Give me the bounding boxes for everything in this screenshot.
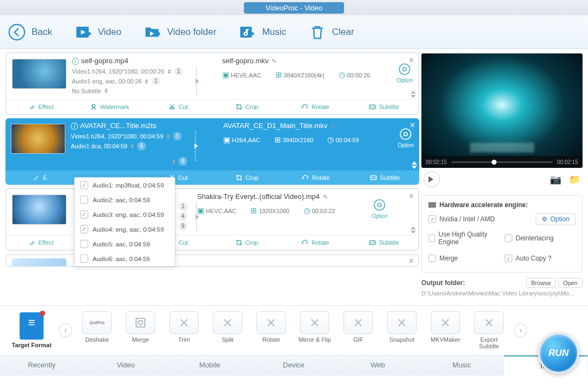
play-button[interactable]	[424, 171, 440, 188]
effect-button[interactable]: E	[5, 171, 75, 185]
tab-recently[interactable]: Recently	[0, 355, 84, 376]
rotate-button[interactable]: Rotate	[281, 235, 350, 250]
tab-web[interactable]: Web	[336, 355, 420, 376]
video-item-selected[interactable]: × iAVATAR_CE...Title.m2ts Video1 h264, 1…	[5, 118, 419, 185]
tool-merge[interactable]: Merge	[123, 311, 158, 349]
spinner-icon[interactable]	[167, 132, 170, 141]
svg-point-6	[170, 107, 172, 110]
effect-button[interactable]: Effect	[7, 235, 75, 250]
checkbox-icon[interactable]	[80, 196, 88, 204]
info-icon[interactable]: i	[72, 58, 79, 65]
cut-button[interactable]: Cut	[144, 100, 212, 114]
reorder-arrows[interactable]	[411, 223, 416, 237]
clear-button[interactable]: Clear	[308, 23, 354, 41]
svg-point-5	[92, 105, 95, 107]
checkbox-icon[interactable]	[80, 240, 88, 248]
watermark-button[interactable]: Watermark	[75, 100, 144, 114]
audio-track-option[interactable]: Audio2: aac, 0:04:59	[75, 192, 175, 207]
subtitle-button[interactable]: Subtitle	[350, 235, 418, 250]
spinner-icon[interactable]	[131, 142, 134, 150]
deinterlace-checkbox[interactable]: Deinterlacing	[505, 231, 575, 246]
checkbox-icon[interactable]	[80, 255, 88, 263]
checkbox-icon[interactable]	[428, 215, 436, 223]
audio-track-option[interactable]: Audio6: aac, 0:04:59	[75, 251, 175, 266]
effect-button[interactable]: Effect	[7, 100, 75, 114]
audio-track-option[interactable]: Audio3: eng, aac, 0:04:59	[75, 207, 175, 222]
audio-track-option[interactable]: Audio4: eng, aac, 0:04:59	[75, 222, 175, 237]
preview-time-current: 00:02:15	[426, 159, 447, 165]
source-filename: iself-gopro.mp4	[72, 57, 217, 65]
video-item[interactable]: × iself-gopro.mp4 Video1 h264, 1920*1080…	[5, 52, 419, 115]
autocopy-checkbox[interactable]: Auto Copy ?	[505, 255, 575, 262]
hq-checkbox[interactable]: Use High Quality Engine	[428, 231, 499, 246]
close-icon[interactable]: ×	[409, 256, 414, 266]
seek-track[interactable]	[451, 161, 553, 163]
add-music-button[interactable]: Music	[238, 23, 286, 41]
back-button[interactable]: Back	[8, 23, 52, 41]
target-format-icon	[20, 312, 44, 340]
rotate-button[interactable]: Rotate	[281, 171, 351, 185]
tool-mkvmaker[interactable]: MKVMaker	[428, 311, 463, 349]
codec-option-button[interactable]: Option	[372, 198, 388, 219]
open-button[interactable]: Open	[558, 278, 583, 288]
crop-button[interactable]: Crop	[212, 100, 281, 114]
run-button[interactable]: RUN	[538, 332, 579, 374]
spinner-icon[interactable]	[105, 87, 108, 95]
gear-icon	[399, 127, 413, 141]
pencil-icon[interactable]: ✎	[330, 123, 335, 129]
hw-option-button[interactable]: ⚙Option	[536, 213, 575, 225]
rotate-button[interactable]: Rotate	[281, 100, 350, 114]
pencil-icon[interactable]: ✎	[323, 194, 328, 200]
crop-button[interactable]: Crop	[212, 171, 281, 185]
spinner-icon[interactable]	[172, 158, 175, 166]
video-item[interactable]: × 1 4 9 Shakira-Try Everyt..(official Vi…	[5, 188, 419, 251]
tool-trim[interactable]: Trim	[167, 311, 201, 349]
video-item-collapsed[interactable]: ×	[5, 254, 419, 267]
tools-prev-button[interactable]: ‹	[59, 323, 72, 337]
tab-video[interactable]: Video	[84, 355, 168, 376]
seek-knob[interactable]	[492, 160, 497, 165]
add-folder-button[interactable]: Video folder	[143, 23, 216, 41]
spinner-icon[interactable]	[168, 68, 171, 76]
codec-option-button[interactable]: Option	[397, 62, 413, 83]
tool-rotate[interactable]: Rotate	[254, 311, 289, 349]
tool-gif[interactable]: GIF	[341, 311, 376, 349]
tool-split[interactable]: Split	[210, 311, 245, 349]
tool-deshake[interactable]: GoProDeshake	[79, 311, 114, 349]
video-preview[interactable]: 00:02:15 00:02:15	[421, 53, 583, 168]
tool-mirror[interactable]: Mirror & Flip	[297, 311, 332, 349]
clock-icon: ◷	[327, 135, 334, 144]
spinner-icon[interactable]	[145, 77, 148, 86]
subtitle-button[interactable]: Subtitle	[350, 100, 418, 114]
audio-track-dropdown[interactable]: Audio1: mp3float, 0:04:59 Audio2: aac, 0…	[74, 177, 175, 267]
reorder-arrows[interactable]	[411, 88, 416, 101]
info-icon[interactable]: i	[71, 123, 78, 130]
checkbox-icon[interactable]	[80, 181, 88, 189]
subtitle-button[interactable]: Subtitle	[350, 171, 419, 185]
preview-seekbar[interactable]: 00:02:15 00:02:15	[421, 156, 583, 168]
target-format[interactable]: Target Format	[8, 312, 56, 348]
source-filename: iAVATAR_CE...Title.m2ts	[71, 122, 218, 130]
add-video-button[interactable]: Video	[74, 23, 121, 41]
tool-snapshot[interactable]: Snapshot	[384, 311, 419, 349]
close-icon[interactable]: ×	[409, 191, 414, 201]
reorder-arrows[interactable]	[412, 159, 417, 172]
tab-device[interactable]: Device	[252, 355, 336, 376]
crop-button[interactable]: Crop	[212, 235, 281, 250]
merge-checkbox[interactable]: Merge	[428, 255, 499, 262]
audio-track-option[interactable]: Audio1: mp3float, 0:04:59	[75, 178, 175, 192]
audio-track-option[interactable]: Audio5: aac, 0:04:59	[75, 237, 175, 251]
checkbox-icon[interactable]	[80, 225, 88, 233]
pencil-icon[interactable]: ✎	[272, 58, 277, 64]
open-folder-icon[interactable]: 📁	[569, 174, 580, 185]
tool-export-subtitle[interactable]: Export Subtitle	[471, 311, 506, 349]
file-list: × iself-gopro.mp4 Video1 h264, 1920*1080…	[0, 49, 419, 305]
resolution-icon: ⊞	[274, 135, 281, 144]
codec-option-button[interactable]: Option	[398, 127, 414, 148]
tools-next-button[interactable]: ›	[514, 323, 527, 337]
browse-button[interactable]: Browse	[526, 278, 556, 288]
snapshot-icon[interactable]: 📷	[550, 174, 561, 185]
tab-music[interactable]: Music	[420, 355, 504, 376]
checkbox-icon[interactable]	[80, 210, 88, 219]
tab-mobile[interactable]: Mobile	[168, 355, 252, 376]
